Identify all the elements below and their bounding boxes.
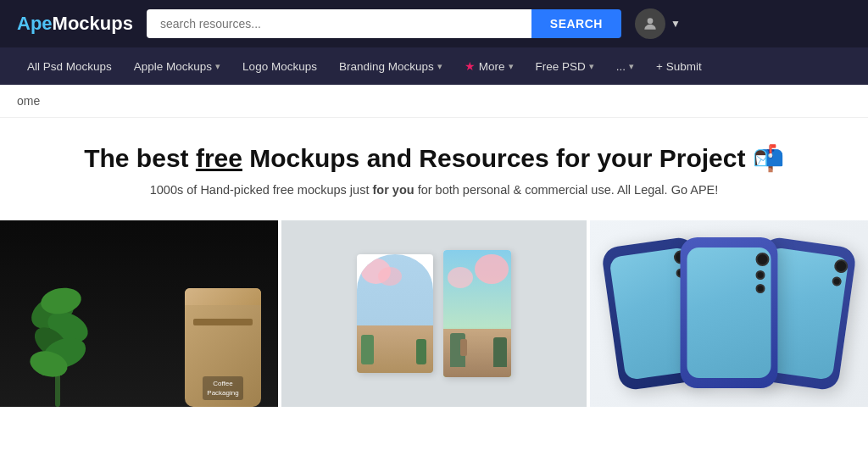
user-avatar	[635, 8, 665, 39]
plant-decoration	[25, 271, 93, 407]
nav-dots[interactable]: ... ▾	[606, 47, 644, 85]
art-frame-2	[443, 250, 511, 377]
card-phones[interactable]	[590, 220, 868, 407]
more-chevron-icon: ▾	[509, 61, 514, 72]
nav-logo[interactable]: Logo Mockups	[232, 47, 327, 85]
art-frame-1	[357, 254, 433, 373]
hero-subtitle: 1000s of Hand-picked free mockups just f…	[17, 183, 851, 197]
hero-title-prefix: The best	[84, 144, 196, 172]
hero-title-underline: free	[196, 144, 242, 172]
nav-submit[interactable]: + Submit	[646, 47, 712, 85]
navbar: All Psd Mockups Apple Mockups ▾ Logo Moc…	[0, 47, 868, 85]
coffee-bag-decoration: CoffeePackaging	[185, 288, 261, 407]
logo-mockups: Mockups	[53, 13, 133, 34]
free-psd-chevron-icon: ▾	[589, 61, 594, 72]
cards-row: CoffeePackaging	[0, 220, 868, 407]
card-coffee-content: CoffeePackaging	[0, 220, 278, 407]
branding-chevron-icon: ▾	[437, 61, 442, 72]
search-bar: SEARCH	[147, 9, 621, 38]
coffee-bag-label: CoffeePackaging	[203, 376, 242, 400]
card-art[interactable]	[281, 220, 590, 407]
logo-ape: Ape	[17, 13, 53, 34]
search-input[interactable]	[147, 9, 531, 38]
hero-title-suffix: Mockups and Resources for your Project 📬	[242, 144, 784, 172]
nav-branding[interactable]: Branding Mockups ▾	[329, 47, 453, 85]
breadcrumb-bar: ome	[0, 85, 868, 118]
star-icon: ★	[465, 59, 476, 73]
search-button[interactable]: SEARCH	[531, 9, 621, 38]
svg-point-0	[648, 18, 654, 24]
dots-chevron-icon: ▾	[629, 61, 634, 72]
card-coffee[interactable]: CoffeePackaging	[0, 220, 281, 407]
topbar: ApeMockups SEARCH ▼	[0, 0, 868, 47]
nav-more[interactable]: ★ More ▾	[454, 47, 524, 85]
breadcrumb: ome	[17, 94, 40, 108]
more-label: More	[479, 60, 505, 73]
user-chevron-icon: ▼	[670, 18, 681, 30]
nav-all-psd[interactable]: All Psd Mockups	[17, 47, 122, 85]
hero-section: The best free Mockups and Resources for …	[0, 118, 868, 210]
user-menu[interactable]: ▼	[635, 8, 681, 39]
phone-front	[681, 237, 778, 388]
phones-container	[610, 237, 848, 390]
nav-apple[interactable]: Apple Mockups ▾	[124, 47, 231, 85]
nav-free-psd[interactable]: Free PSD ▾	[526, 47, 604, 85]
hero-title: The best free Mockups and Resources for …	[17, 142, 851, 175]
apple-chevron-icon: ▾	[215, 61, 220, 72]
logo[interactable]: ApeMockups	[17, 13, 133, 35]
